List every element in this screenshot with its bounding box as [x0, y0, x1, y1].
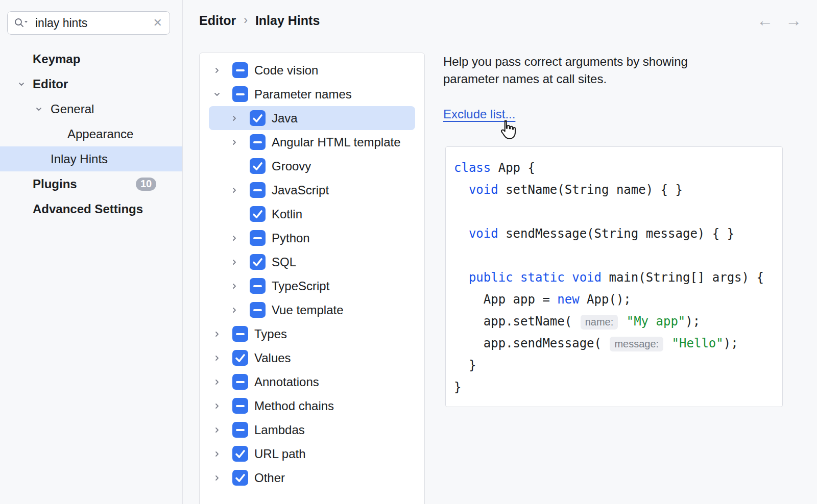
chevron-right-icon[interactable]: [209, 426, 232, 434]
code-token: App app =: [454, 292, 557, 307]
checkbox-checked[interactable]: [232, 470, 248, 486]
sidebar-item-general[interactable]: General: [0, 96, 182, 121]
code-token: );: [685, 314, 700, 329]
chevron-right-icon[interactable]: [209, 402, 232, 410]
code-token: "Hello": [672, 336, 724, 350]
tree-item-javascript[interactable]: JavaScript: [209, 178, 415, 202]
tree-item-values[interactable]: Values: [209, 346, 415, 370]
sidebar-item-label: General: [0, 102, 94, 116]
checkbox-indeterminate[interactable]: [232, 62, 248, 78]
code-line: }: [454, 376, 782, 398]
chevron-right-icon[interactable]: [226, 234, 250, 242]
tree-item-angular-html-template[interactable]: Angular HTML template: [209, 130, 415, 154]
code-token: }: [454, 358, 476, 372]
tree-item-java[interactable]: Java: [209, 106, 415, 130]
chevron-right-icon[interactable]: [226, 258, 250, 266]
code-line: public static void main(String[] args) {: [454, 267, 782, 289]
code-token: [664, 336, 671, 350]
tree-item-sql[interactable]: SQL: [209, 250, 415, 274]
chevron-right-icon[interactable]: [226, 306, 250, 314]
chevron-down-icon[interactable]: [209, 90, 232, 98]
chevron-right-icon[interactable]: [226, 138, 250, 146]
tree-item-lambdas[interactable]: Lambdas: [209, 418, 415, 442]
code-token: app.setName(: [454, 314, 580, 329]
breadcrumb-inlay-hints[interactable]: Inlay Hints: [255, 13, 320, 28]
checkbox-indeterminate[interactable]: [232, 398, 248, 414]
tree-item-label: Types: [254, 327, 287, 341]
tree-item-label: Values: [254, 351, 291, 365]
chevron-right-icon[interactable]: [226, 114, 250, 122]
code-token: [454, 270, 469, 285]
checkbox-checked[interactable]: [232, 446, 248, 462]
forward-arrow-icon[interactable]: →: [785, 12, 802, 29]
code-token: sendMessage(String message) { }: [498, 226, 734, 241]
chevron-right-icon[interactable]: [209, 450, 232, 458]
tree-item-typescript[interactable]: TypeScript: [209, 274, 415, 298]
checkbox-checked[interactable]: [250, 254, 266, 270]
chevron-right-icon[interactable]: [209, 66, 232, 74]
checkbox-indeterminate[interactable]: [250, 302, 266, 318]
tree-item-python[interactable]: Python: [209, 226, 415, 250]
chevron-right-icon[interactable]: [209, 474, 232, 482]
tree-item-types[interactable]: Types: [209, 322, 415, 346]
checkbox-indeterminate[interactable]: [232, 374, 248, 390]
inlay-hint-pill: message:: [610, 337, 663, 351]
history-nav: ← →: [757, 12, 802, 29]
back-arrow-icon[interactable]: ←: [757, 12, 773, 29]
sidebar-item-keymap[interactable]: Keymap: [0, 46, 182, 71]
chevron-right-icon[interactable]: [226, 186, 250, 194]
tree-item-annotations[interactable]: Annotations: [209, 370, 415, 394]
tree-item-label: JavaScript: [272, 183, 329, 197]
checkbox-checked[interactable]: [232, 350, 248, 366]
tree-item-label: Angular HTML template: [272, 135, 401, 149]
tree-item-other[interactable]: Other: [209, 466, 415, 490]
code-token: class: [454, 161, 491, 175]
sidebar-item-advanced-settings[interactable]: Advanced Settings: [0, 196, 182, 221]
chevron-right-icon[interactable]: [226, 282, 250, 290]
tree-item-label: TypeScript: [272, 279, 329, 293]
code-preview: class App { void setName(String name) { …: [445, 146, 783, 407]
checkbox-indeterminate[interactable]: [232, 86, 248, 102]
search-input[interactable]: [34, 16, 152, 31]
tree-item-label: Java: [272, 111, 298, 125]
feature-description: Help you pass correct arguments by showi…: [443, 53, 688, 88]
sidebar-item-label: Keymap: [0, 52, 80, 66]
clear-search-icon[interactable]: ✕: [152, 16, 163, 30]
tree-item-method-chains[interactable]: Method chains: [209, 394, 415, 418]
checkbox-indeterminate[interactable]: [232, 422, 248, 438]
chevron-down-icon[interactable]: [17, 80, 26, 88]
checkbox-indeterminate[interactable]: [250, 278, 266, 294]
sidebar-item-appearance[interactable]: Appearance: [0, 121, 182, 146]
checkbox-indeterminate[interactable]: [250, 134, 266, 150]
breadcrumb-separator-icon: ›: [244, 13, 248, 27]
checkbox-indeterminate[interactable]: [250, 182, 266, 198]
sidebar-item-inlay-hints[interactable]: Inlay Hints: [0, 146, 182, 171]
checkbox-checked[interactable]: [250, 206, 266, 222]
tree-item-groovy[interactable]: Groovy: [209, 154, 415, 178]
chevron-right-icon[interactable]: [209, 354, 232, 362]
tree-item-vue-template[interactable]: Vue template: [209, 298, 415, 322]
sidebar-item-plugins[interactable]: Plugins10: [0, 171, 182, 196]
code-token: App {: [491, 161, 535, 175]
tree-item-parameter-names[interactable]: Parameter names: [209, 82, 415, 106]
code-token: }: [454, 380, 461, 394]
tree-item-label: URL path: [254, 447, 306, 461]
inlay-hint-pill: name:: [581, 315, 618, 330]
tree-item-label: Code vision: [254, 63, 318, 78]
sidebar-item-editor[interactable]: Editor: [0, 71, 182, 96]
search-box[interactable]: ✕: [7, 11, 170, 35]
checkbox-checked[interactable]: [250, 110, 266, 126]
checkbox-indeterminate[interactable]: [232, 326, 248, 342]
chevron-right-icon[interactable]: [209, 330, 232, 338]
tree-item-label: Other: [254, 471, 285, 485]
tree-item-label: Annotations: [254, 375, 319, 389]
tree-item-kotlin[interactable]: Kotlin: [209, 202, 415, 226]
chevron-down-icon[interactable]: [35, 105, 43, 113]
tree-item-code-vision[interactable]: Code vision: [209, 58, 415, 82]
chevron-right-icon[interactable]: [209, 378, 232, 386]
search-icon[interactable]: [14, 17, 29, 29]
checkbox-indeterminate[interactable]: [250, 230, 266, 246]
checkbox-checked[interactable]: [250, 158, 266, 174]
tree-item-url-path[interactable]: URL path: [209, 442, 415, 466]
breadcrumb-editor[interactable]: Editor: [199, 13, 236, 28]
